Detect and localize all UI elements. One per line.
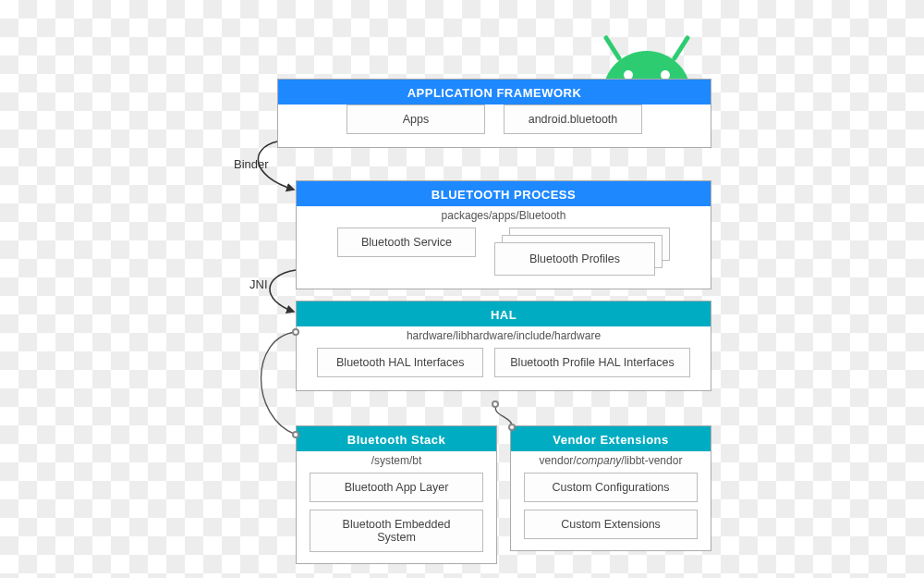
vendor-extensions-layer: Vendor Extensions vendor/company/libbt-v… bbox=[510, 425, 711, 551]
connector-endpoint-icon bbox=[492, 400, 499, 408]
connector-endpoint-icon bbox=[508, 424, 516, 431]
bluetooth-stack-title: Bluetooth Stack bbox=[297, 426, 496, 451]
svg-line-1 bbox=[675, 38, 687, 58]
bluetooth-embedded-system-box: Bluetooth Embedded System bbox=[310, 510, 483, 552]
vendor-extensions-path: vendor/company/libbt-vendor bbox=[511, 451, 711, 473]
hal-layer: HAL hardware/libhardware/include/hardwar… bbox=[296, 301, 711, 391]
binder-arrow-icon bbox=[240, 139, 314, 203]
bluetooth-profiles-stack: Bluetooth Profiles bbox=[494, 228, 670, 276]
connector-endpoint-icon bbox=[292, 328, 299, 336]
bluetooth-stack-path: /system/bt bbox=[297, 451, 496, 473]
bluetooth-hal-interfaces-box: Bluetooth HAL Interfaces bbox=[317, 348, 483, 377]
bluetooth-app-layer-box: Bluetooth App Layer bbox=[310, 473, 483, 502]
hal-title: HAL bbox=[297, 301, 711, 326]
custom-extensions-box: Custom Extensions bbox=[524, 510, 698, 539]
jni-arrow-icon bbox=[254, 268, 319, 324]
bluetooth-process-layer: BLUETOOTH PROCESS packages/apps/Bluetoot… bbox=[296, 180, 711, 289]
bluetooth-service-box: Bluetooth Service bbox=[337, 228, 476, 257]
bluetooth-process-title: BLUETOOTH PROCESS bbox=[297, 181, 711, 206]
apps-box: Apps bbox=[346, 105, 485, 134]
hal-to-stack-connector-icon bbox=[240, 328, 314, 439]
bluetooth-process-path: packages/apps/Bluetooth bbox=[297, 206, 711, 228]
bluetooth-profile-hal-interfaces-box: Bluetooth Profile HAL Interfaces bbox=[494, 348, 689, 377]
application-framework-title: APPLICATION FRAMEWORK bbox=[278, 80, 711, 105]
bluetooth-stack-layer: Bluetooth Stack /system/bt Bluetooth App… bbox=[296, 425, 497, 564]
bluetooth-profiles-box: Bluetooth Profiles bbox=[494, 242, 655, 276]
connector-endpoint-icon bbox=[292, 431, 299, 438]
svg-line-0 bbox=[606, 38, 619, 58]
android-bluetooth-box: android.bluetooth bbox=[504, 105, 642, 134]
custom-configurations-box: Custom Configurations bbox=[524, 473, 698, 502]
hal-path: hardware/libhardware/include/hardware bbox=[297, 326, 711, 348]
vendor-extensions-title: Vendor Extensions bbox=[511, 426, 711, 451]
application-framework-layer: APPLICATION FRAMEWORK Apps android.bluet… bbox=[277, 79, 711, 148]
